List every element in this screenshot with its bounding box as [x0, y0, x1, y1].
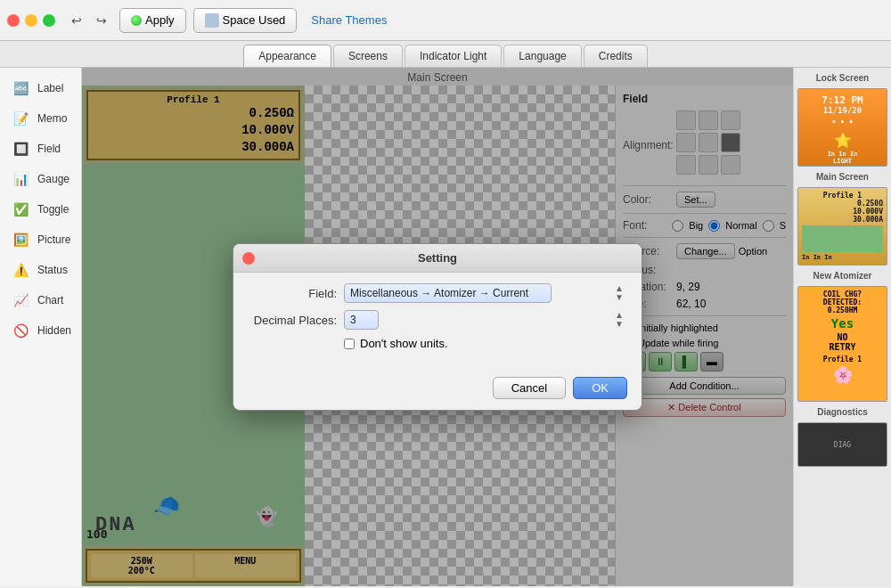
new-atomizer-thumbnail[interactable]: COIL CHG? DETECTED: 0.250HM Yes NO RETRY… [797, 286, 887, 402]
thumbnails-panel: Lock Screen 7:12 PM 11/19/20 • • • ⭐ In … [793, 68, 891, 586]
sidebar-picture-text: Picture [37, 233, 70, 246]
undo-button[interactable]: ↩ [66, 11, 87, 30]
diagnostics-thumbnail[interactable]: DIAG [797, 422, 887, 467]
field-select-wrapper: Miscellaneous → Atomizer → Current ▲▼ [344, 283, 627, 303]
diagnostics-content: DIAG [798, 423, 887, 466]
modal-body: Field: Miscellaneous → Atomizer → Curren… [233, 273, 642, 370]
main-screen-section-label: Main Screen [797, 172, 887, 182]
gauge-icon: 📊 [9, 169, 32, 189]
sidebar-label-text: Label [37, 82, 63, 94]
modal-field-row: Field: Miscellaneous → Atomizer → Curren… [248, 283, 627, 303]
toolbar: ↩ ↪ Apply Space Used Share Themes [0, 0, 891, 41]
dont-show-units-label: Don't show units. [360, 337, 448, 350]
minimize-button[interactable] [25, 14, 37, 27]
left-sidebar: 🔤 Label 📝 Memo 🔲 Field 📊 Gauge ✅ Toggle … [0, 68, 82, 586]
tab-appearance[interactable]: Appearance [243, 45, 331, 67]
thumb-val2: 10.000V [802, 208, 883, 216]
share-themes-link[interactable]: Share Themes [311, 13, 387, 27]
modal-close-button[interactable] [242, 252, 255, 265]
toolbar-icons: ↩ ↪ [66, 11, 112, 30]
sidebar-item-chart[interactable]: 📈 Chart [4, 287, 78, 314]
setting-modal: Setting Field: Miscellaneous → Atomizer … [233, 243, 642, 411]
sidebar-item-toggle[interactable]: ✅ Toggle [4, 196, 78, 223]
sidebar-toggle-text: Toggle [37, 203, 69, 216]
modal-field-label: Field: [248, 287, 337, 300]
space-used-button[interactable]: Space Used [193, 8, 298, 33]
memo-icon: 📝 [9, 109, 32, 128]
sidebar-item-label[interactable]: 🔤 Label [4, 75, 78, 102]
apply-label: Apply [145, 13, 175, 27]
window-controls [7, 14, 55, 27]
modal-footer: Cancel OK [233, 370, 642, 410]
sidebar-field-text: Field [37, 143, 61, 155]
thumb-profile: Profile 1 [802, 192, 883, 200]
field-icon: 🔲 [9, 139, 32, 159]
sidebar-gauge-text: Gauge [37, 173, 69, 185]
label-icon: 🔤 [9, 78, 32, 98]
chart-icon: 📈 [9, 290, 32, 310]
modal-decimal-row: Decimal Places: 3 ▲▼ [248, 310, 627, 330]
tab-language[interactable]: Language [503, 45, 581, 67]
hidden-icon: 🚫 [9, 321, 32, 340]
decimal-select[interactable]: 3 [344, 310, 379, 330]
tabs-bar: Appearance Screens Indicator Light Langu… [0, 41, 891, 68]
tab-indicator-light[interactable]: Indicator Light [405, 45, 502, 67]
lock-date: 11/19/20 [823, 106, 862, 115]
maximize-button[interactable] [43, 14, 55, 27]
modal-title: Setting [418, 251, 457, 265]
sidebar-chart-text: Chart [37, 294, 63, 306]
main-content: 🔤 Label 📝 Memo 🔲 Field 📊 Gauge ✅ Toggle … [0, 68, 891, 586]
redo-button[interactable]: ↪ [91, 11, 112, 30]
diagnostics-section-label: Diagnostics [797, 407, 887, 417]
thumb-val3: 30.000A [802, 216, 883, 224]
lock-time: 7:12 PM [822, 94, 862, 106]
center-area: Main Screen Profile 1 0.250Ω 10.000V 30.… [82, 68, 793, 586]
sidebar-item-hidden[interactable]: 🚫 Hidden [4, 317, 78, 344]
modal-checkbox-row: Don't show units. [248, 337, 627, 350]
thumb-val1: 0.250Ω [802, 200, 883, 208]
lock-screen-section-label: Lock Screen [797, 73, 887, 83]
modal-overlay: Setting Field: Miscellaneous → Atomizer … [82, 68, 793, 586]
sidebar-item-picture[interactable]: 🖼️ Picture [4, 226, 78, 253]
sidebar-status-text: Status [37, 264, 68, 276]
toggle-icon: ✅ [9, 200, 32, 219]
space-used-label: Space Used [223, 13, 286, 27]
sidebar-item-memo[interactable]: 📝 Memo [4, 105, 78, 132]
dont-show-units-checkbox[interactable] [344, 339, 355, 349]
sidebar-item-gauge[interactable]: 📊 Gauge [4, 166, 78, 192]
field-select-arrow: ▲▼ [615, 284, 624, 302]
picture-icon: 🖼️ [9, 230, 32, 249]
modal-cancel-button[interactable]: Cancel [493, 377, 566, 399]
tab-credits[interactable]: Credits [584, 45, 648, 67]
sidebar-memo-text: Memo [37, 112, 67, 125]
modal-titlebar: Setting [233, 244, 642, 273]
thumb-scene [802, 225, 883, 252]
field-select[interactable]: Miscellaneous → Atomizer → Current [344, 283, 552, 303]
modal-decimal-label: Decimal Places: [248, 314, 337, 327]
sidebar-hidden-text: Hidden [37, 324, 71, 337]
close-button[interactable] [7, 14, 20, 27]
status-icon: ⚠️ [9, 260, 32, 280]
lock-screen-thumbnail[interactable]: 7:12 PM 11/19/20 • • • ⭐ In In In LIGHT … [797, 88, 887, 167]
space-icon [205, 13, 219, 28]
decimal-select-arrow: ▲▼ [615, 311, 624, 329]
tab-screens[interactable]: Screens [333, 45, 403, 67]
apply-dot-icon [131, 15, 142, 26]
modal-ok-button[interactable]: OK [573, 377, 627, 399]
kirby-icon: ⭐ [834, 132, 852, 149]
sidebar-item-status[interactable]: ⚠️ Status [4, 257, 78, 283]
sidebar-item-field[interactable]: 🔲 Field [4, 135, 78, 162]
main-screen-thumbnail[interactable]: Profile 1 0.250Ω 10.000V 30.000A In In I… [797, 187, 887, 265]
apply-button[interactable]: Apply [119, 8, 186, 33]
decimal-select-wrapper: 3 ▲▼ [344, 310, 627, 330]
new-atomizer-section-label: New Atomizer [797, 271, 887, 281]
